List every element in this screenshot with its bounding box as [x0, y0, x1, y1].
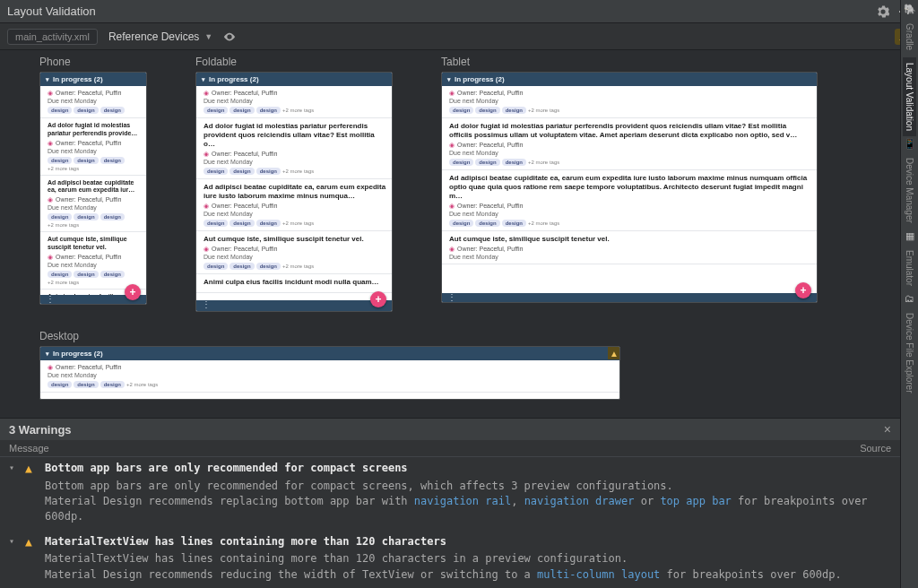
title: Layout Validation — [7, 4, 96, 18]
warning-row[interactable]: ▾ ▲ Bottom app bars are only recommended… — [0, 457, 900, 531]
device-preview-phone[interactable]: ▾ In progress (2) Owner: Peaceful, Puffi… — [39, 72, 147, 305]
warning-icon: ▲ — [25, 534, 38, 583]
list-item: Ad dolor fugiat id molestias pariatur pe… — [40, 118, 146, 176]
close-icon[interactable]: × — [884, 422, 891, 437]
list-item: Owner: Peaceful, Puffin Due next Monday … — [196, 86, 392, 118]
fab-add-button[interactable]: + — [795, 282, 811, 298]
warning-title: MaterialTextView has lines containing mo… — [45, 534, 891, 549]
col-source: Source — [860, 443, 891, 454]
rail-device-manager[interactable]: Device Manager — [903, 152, 916, 229]
warning-line: Material Design recommends replacing bot… — [45, 494, 891, 525]
link-top-app-bar[interactable]: top app bar — [660, 495, 731, 507]
rail-gradle[interactable]: Gradle — [903, 18, 916, 56]
preview-viewport: Phone ▾ In progress (2) Owner: Peaceful,… — [0, 50, 900, 437]
visibility-icon[interactable] — [223, 30, 236, 43]
chevron-down-icon: ▾ — [46, 350, 49, 358]
chevron-down-icon: ▾ — [46, 76, 49, 83]
list-item: Aut cumque iste, similique suscipit tene… — [442, 231, 817, 264]
list-item: Ad adipisci beatae cupiditate ea, earum … — [40, 176, 146, 233]
gear-icon[interactable] — [877, 5, 889, 18]
rail-emulator[interactable]: Emulator — [903, 245, 916, 291]
device-preview-foldable[interactable]: ▾ In progress (2) Owner: Peaceful, Puffi… — [195, 72, 393, 312]
device-section-header: ▾ In progress (2) — [40, 73, 146, 86]
warning-title: Bottom app bars are only recommended for… — [45, 461, 891, 476]
warnings-columns: Message Source — [0, 440, 900, 457]
list-item: Aut cumque iste, similique suscipit tene… — [40, 232, 146, 290]
device-label-desktop: Desktop — [39, 330, 620, 342]
device-label-phone: Phone — [39, 56, 147, 68]
link-navigation-drawer[interactable]: navigation drawer — [524, 495, 635, 507]
device-label-tablet: Tablet — [441, 56, 818, 68]
list-item: Ad dolor fugiat id molestias pariatur pe… — [442, 118, 817, 170]
list-item: Aut cumque iste, similique suscipit tene… — [196, 231, 392, 274]
link-navigation-rail[interactable]: navigation rail — [414, 495, 511, 507]
file-explorer-icon[interactable]: 🗂 — [904, 293, 916, 306]
reference-devices-dropdown[interactable]: Reference Devices ▼ — [108, 30, 212, 43]
list-item: Ad dolor fugiat id molestias pariatur pe… — [196, 118, 392, 179]
chevron-down-icon[interactable]: ▾ — [9, 461, 18, 525]
device-section-header: ▾ In progress (2) — [442, 73, 817, 86]
warning-row[interactable]: ▾ ▲ MaterialTextView has lines containin… — [0, 531, 900, 588]
rail-layout-validation[interactable]: Layout Validation — [903, 57, 916, 136]
warning-line: MaterialTextView has lines containing mo… — [45, 551, 891, 566]
device-manager-icon[interactable]: 📱 — [904, 138, 916, 151]
gradle-icon[interactable]: 🐘 — [904, 4, 916, 16]
list-item: Owner: Peaceful, Puffin Due next Monday … — [442, 86, 817, 118]
warning-icon: ▲ — [25, 461, 38, 525]
emulator-icon[interactable]: ▦ — [904, 230, 916, 243]
col-message: Message — [9, 443, 49, 454]
warnings-header: 3 Warnings × — [0, 419, 900, 440]
fab-add-button[interactable]: + — [125, 284, 141, 300]
device-preview-desktop[interactable]: ▲ ▾ In progress (2) Owner: Peaceful, Puf… — [39, 346, 620, 400]
list-item: Ad adipisci beatae cupiditate ea, earum … — [442, 170, 817, 231]
warning-icon[interactable]: ▲ — [608, 347, 620, 359]
file-chip[interactable]: main_activity.xml — [7, 29, 98, 45]
list-item: Ad adipisci beatae cupiditate ea, earum … — [196, 179, 392, 231]
link-multi-column-layout[interactable]: multi-column layout — [537, 568, 660, 581]
device-section-header: ▾ In progress (2) — [40, 347, 619, 360]
chevron-down-icon: ▾ — [202, 76, 205, 83]
warnings-title: 3 Warnings — [9, 423, 72, 437]
rail-device-file-explorer[interactable]: Device File Explorer — [903, 307, 916, 398]
warning-line: Bottom app bars are only recommended for… — [45, 479, 891, 494]
bottom-app-bar: ⋮ — [442, 293, 817, 302]
warning-line: Material Design recommends reducing the … — [45, 567, 891, 583]
toolbar: main_activity.xml Reference Devices ▼ ▲ — [0, 23, 918, 50]
chevron-down-icon: ▾ — [447, 76, 451, 83]
device-section-header: ▾ In progress (2) — [196, 73, 392, 86]
warnings-panel: 3 Warnings × Message Source ▾ ▲ Bottom a… — [0, 418, 900, 588]
title-bar: Layout Validation — [0, 0, 918, 23]
right-tool-rail: 🐘 Gradle Layout Validation 📱 Device Mana… — [900, 0, 918, 588]
list-item: Owner: Peaceful, Puffin Due next Monday … — [40, 360, 619, 393]
chevron-down-icon: ▼ — [204, 32, 212, 41]
reference-devices-label: Reference Devices — [108, 30, 199, 43]
bottom-app-bar: ⋮ — [196, 300, 392, 311]
device-label-foldable: Foldable — [195, 56, 393, 68]
list-item: Owner: Peaceful, Puffin Due next Monday … — [40, 86, 146, 118]
chevron-down-icon[interactable]: ▾ — [9, 534, 18, 583]
device-preview-tablet[interactable]: ▾ In progress (2) Owner: Peaceful, Puffi… — [441, 72, 818, 303]
list-item: Animi culpa eius facilis incidunt modi n… — [196, 274, 392, 293]
fab-add-button[interactable]: + — [370, 291, 386, 307]
